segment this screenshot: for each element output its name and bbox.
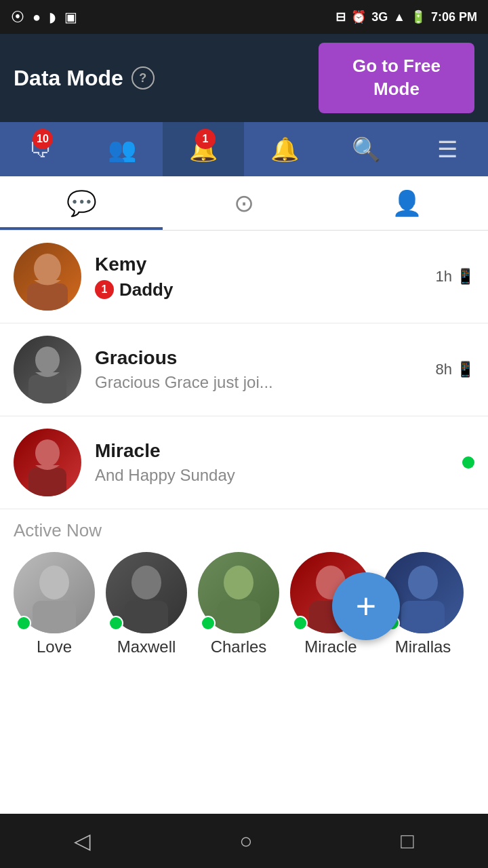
menu-icon: ☰ [437, 136, 458, 163]
add-contact-fab[interactable]: + [332, 572, 400, 640]
svg-point-6 [39, 566, 69, 599]
network-label: 3G [371, 10, 388, 24]
fab-plus-icon: + [356, 589, 376, 624]
miracle-name: Miracle [95, 440, 462, 462]
signal-icon: ▲ [393, 10, 405, 24]
device-icon: 📱 [456, 268, 474, 285]
tab-notifications-msg[interactable]: 🔔 1 [163, 122, 244, 176]
active-users-list: Love Maxwell [14, 552, 474, 662]
status-icons-right: ⊟ ⏰ 3G ▲ 🔋 7:06 PM [336, 9, 477, 24]
active-avatar-wrap-love [14, 552, 95, 633]
love-online-dot [16, 616, 31, 631]
message-item-kemy[interactable]: Kemy 1 Daddy 1h 📱 [0, 231, 488, 323]
cast-icon: ⊟ [336, 9, 346, 24]
messenger-badge: 10 [33, 129, 53, 149]
mirallas-name: Mirallas [395, 637, 451, 656]
gracious-time: 8h 📱 [436, 361, 474, 378]
friends-icon: 👥 [108, 136, 136, 163]
active-user-maxwell[interactable]: Maxwell [106, 552, 187, 656]
recent-button[interactable]: □ [401, 829, 413, 854]
message-item-gracious[interactable]: Gracious Gracious Grace just joi... 8h 📱 [0, 323, 488, 416]
svg-point-8 [131, 566, 161, 599]
svg-rect-15 [401, 601, 445, 633]
help-icon[interactable]: ? [131, 66, 155, 90]
charles-online-dot [201, 616, 216, 631]
kemy-badge: 1 [95, 280, 114, 299]
home-button[interactable]: ○ [239, 829, 252, 854]
miracle-preview-text: And Happy Sunday [95, 466, 235, 485]
active-avatar-wrap-charles [198, 552, 279, 633]
active-user-charles[interactable]: Charles [198, 552, 279, 656]
svg-rect-7 [33, 601, 76, 633]
svg-rect-3 [28, 375, 66, 403]
camera-icon: ⦿ [11, 9, 24, 25]
status-bar: ⦿ ● ◗ ▣ ⊟ ⏰ 3G ▲ 🔋 7:06 PM [0, 0, 488, 34]
miracle-preview: And Happy Sunday [95, 466, 462, 485]
svg-point-2 [35, 347, 60, 374]
svg-point-4 [35, 439, 60, 467]
kemy-preview-text: Daddy [119, 279, 173, 300]
tab-menu[interactable]: ☰ [407, 122, 488, 176]
bixby-icon: ◗ [49, 9, 56, 25]
free-mode-button[interactable]: Go to Free Mode [319, 43, 474, 113]
miracle-active-name: Miracle [304, 637, 357, 656]
avatar-miracle [14, 429, 81, 496]
maxwell-online-dot [108, 616, 123, 631]
data-mode-title: Data Mode [14, 66, 123, 91]
tab-messenger[interactable]: 🗨 10 [0, 122, 81, 176]
love-name: Love [37, 637, 72, 656]
notification-msg-badge: 1 [195, 129, 216, 149]
gracious-name: Gracious [95, 347, 436, 369]
chats-icon: 💬 [66, 189, 97, 218]
active-avatar-wrap-maxwell [106, 552, 187, 633]
active-users-container: Love Maxwell [14, 552, 474, 662]
svg-point-0 [34, 254, 61, 283]
status-icons-left: ⦿ ● ◗ ▣ [11, 9, 77, 25]
gracious-preview-text: Gracious Grace just joi... [95, 373, 273, 392]
sub-tab-chats[interactable]: 💬 [0, 176, 163, 230]
active-now-title: Active Now [14, 520, 474, 541]
active-now-section: Active Now Love [0, 509, 488, 667]
message-list: Kemy 1 Daddy 1h 📱 Gracious Grac [0, 231, 488, 509]
kemy-content: Kemy 1 Daddy [95, 254, 436, 300]
alert-icon: ▣ [64, 9, 77, 25]
kemy-preview: 1 Daddy [95, 279, 436, 300]
back-button[interactable]: ◁ [74, 828, 91, 854]
sub-tabs: 💬 ⊙ 👤 [0, 176, 488, 231]
time-display: 7:06 PM [431, 10, 477, 24]
sub-tab-groups[interactable]: ⊙ [163, 176, 325, 230]
groups-icon: ⊙ [234, 189, 254, 218]
alarm-icon: ⏰ [351, 9, 366, 24]
whatsapp-icon: ● [33, 9, 41, 25]
miracle-active-dot [293, 616, 308, 631]
tab-search[interactable]: 🔍 [325, 122, 407, 176]
svg-point-10 [224, 566, 253, 599]
svg-rect-9 [125, 601, 168, 633]
svg-point-14 [408, 566, 438, 599]
charles-name: Charles [211, 637, 267, 656]
active-user-love[interactable]: Love [14, 552, 95, 656]
svg-rect-1 [27, 283, 68, 311]
gracious-content: Gracious Gracious Grace just joi... [95, 347, 436, 392]
battery-icon: 🔋 [411, 9, 426, 24]
svg-rect-5 [28, 468, 66, 496]
bell-icon: 🔔 [270, 136, 299, 163]
gracious-preview: Gracious Grace just joi... [95, 373, 436, 392]
miracle-online-indicator [462, 456, 474, 469]
sub-tab-contacts[interactable]: 👤 [325, 176, 488, 230]
maxwell-name: Maxwell [117, 637, 176, 656]
tab-friends[interactable]: 👥 [81, 122, 163, 176]
nav-tabs: 🗨 10 👥 🔔 1 🔔 🔍 ☰ [0, 122, 488, 176]
header-title-group: Data Mode ? [14, 66, 155, 91]
gracious-device-icon: 📱 [456, 361, 474, 378]
search-icon: 🔍 [352, 136, 380, 163]
avatar-gracious [14, 336, 81, 403]
tab-notifications[interactable]: 🔔 [244, 122, 325, 176]
kemy-name: Kemy [95, 254, 436, 275]
svg-rect-11 [217, 601, 260, 633]
header: Data Mode ? Go to Free Mode [0, 34, 488, 122]
kemy-time: 1h 📱 [436, 268, 474, 285]
contacts-icon: 👤 [392, 189, 422, 218]
bottom-nav: ◁ ○ □ [0, 814, 488, 868]
message-item-miracle[interactable]: Miracle And Happy Sunday [0, 416, 488, 509]
